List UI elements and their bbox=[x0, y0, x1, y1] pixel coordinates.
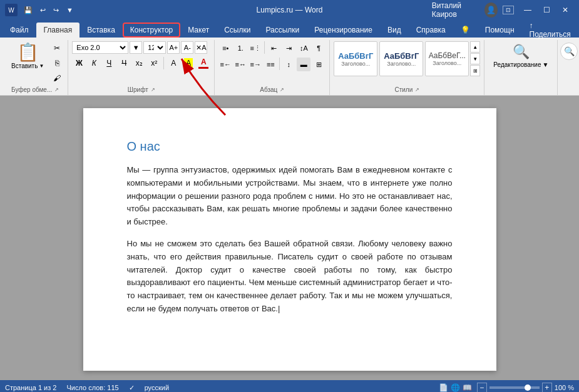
align-center-button[interactable]: ≡↔ bbox=[233, 58, 247, 71]
reading-mode-icon[interactable]: 📖 bbox=[463, 383, 472, 392]
tab-references[interactable]: Ссылки bbox=[217, 23, 258, 38]
cut-button[interactable]: ✂ bbox=[50, 41, 64, 55]
search-button[interactable]: 🔍 bbox=[560, 43, 578, 60]
decrease-size-button[interactable]: A- bbox=[181, 41, 193, 54]
divider3 bbox=[279, 58, 280, 70]
cut-icon: ✂ bbox=[54, 44, 60, 53]
decrease-indent-button[interactable]: ⇤ bbox=[267, 41, 280, 55]
font-name-dropdown[interactable]: ▼ bbox=[130, 41, 142, 54]
editing-group: 🔍 Редактирование ▼ . bbox=[484, 40, 558, 95]
style-heading1[interactable]: АаБбВгГ Заголово... bbox=[379, 41, 423, 76]
clipboard-secondary: ✂ ⎘ 🖌 bbox=[50, 41, 64, 85]
tab-review[interactable]: Рецензирование bbox=[307, 23, 380, 38]
font-color-indicator bbox=[198, 67, 208, 69]
divider2 bbox=[264, 41, 265, 54]
align-left-button[interactable]: ≡← bbox=[218, 58, 232, 71]
para-row1: ≡• 1. ≡⋮ ⇤ ⇥ ↕A ¶ bbox=[218, 41, 325, 55]
multilevel-list-button[interactable]: ≡⋮ bbox=[249, 41, 262, 55]
font-size-select[interactable]: 12 bbox=[143, 41, 166, 54]
tab-insert[interactable]: Вставка bbox=[79, 23, 123, 38]
styles-expand-icon[interactable]: ↗ bbox=[415, 87, 419, 93]
superscript-button[interactable]: x² bbox=[147, 56, 161, 70]
font-color-button[interactable]: А bbox=[197, 56, 210, 70]
show-marks-button[interactable]: ¶ bbox=[312, 41, 325, 55]
status-right: 📄 🌐 📖 − + 100 % bbox=[439, 383, 574, 392]
customize-button[interactable]: ▼ bbox=[64, 5, 76, 15]
tab-file[interactable]: Файл bbox=[3, 23, 36, 38]
zoom-thumb[interactable] bbox=[525, 384, 531, 391]
justify-button[interactable]: ≡≡ bbox=[264, 58, 277, 71]
editing-button[interactable]: 🔍 Редактирование ▼ bbox=[488, 41, 553, 71]
bullets-button[interactable]: ≡• bbox=[218, 41, 232, 55]
borders-button[interactable]: ⊞ bbox=[312, 58, 325, 71]
tab-home[interactable]: Главная bbox=[36, 23, 80, 38]
tab-review-label: Рецензирование bbox=[314, 26, 372, 34]
text-effects-button[interactable]: А bbox=[167, 56, 180, 70]
clipboard-expand-icon[interactable]: ↗ bbox=[54, 87, 59, 93]
font-expand-icon[interactable]: ↗ bbox=[151, 87, 155, 93]
redo-button[interactable]: ↪ bbox=[51, 5, 61, 16]
web-layout-icon[interactable]: 🌐 bbox=[451, 383, 460, 392]
paragraph-group: ≡• 1. ≡⋮ ⇤ ⇥ ↕A ¶ ≡← ≡↔ ≡→ ≡≡ bbox=[215, 40, 330, 95]
styles-scroll-down[interactable]: ▼ bbox=[470, 53, 480, 64]
styles-scroll-up[interactable]: ▲ bbox=[470, 41, 480, 53]
print-layout-icon[interactable]: 📄 bbox=[439, 383, 448, 392]
doc-paragraph-2[interactable]: Но мы не сможем это сделать без Вашей об… bbox=[127, 238, 453, 316]
styles-expand[interactable]: ⊞ bbox=[470, 65, 480, 76]
clear-format-button[interactable]: ✕A bbox=[195, 41, 207, 54]
undo-button[interactable]: ↩ bbox=[38, 5, 48, 16]
tab-pomosh[interactable]: Помощн bbox=[478, 23, 522, 38]
tab-help[interactable]: Справка bbox=[409, 23, 453, 38]
tab-pomosh-label: Помощн bbox=[485, 26, 515, 34]
font-label: Шрифт ↗ bbox=[72, 85, 210, 95]
search-area: 🔍 bbox=[558, 40, 579, 95]
zoom-out-button[interactable]: − bbox=[477, 383, 487, 392]
subscript-button[interactable]: x₂ bbox=[132, 56, 146, 70]
style-heading2[interactable]: АаБбВеГ... Заголово... bbox=[425, 41, 469, 76]
font-name-select[interactable]: Exo 2.0 bbox=[72, 41, 128, 54]
tab-share-label: ↑ Поделиться bbox=[530, 21, 571, 39]
font-label-text: Шрифт bbox=[128, 86, 148, 93]
paragraph-expand-icon[interactable]: ↗ bbox=[280, 87, 284, 93]
font-name-row: Exo 2.0 ▼ 12 A+ A- ✕A bbox=[72, 41, 207, 54]
increase-size-button[interactable]: A+ bbox=[167, 41, 180, 54]
title-bar-left: W 💾 ↩ ↪ ▼ bbox=[5, 4, 147, 16]
zoom-slider[interactable] bbox=[489, 386, 540, 389]
paste-button[interactable]: 📋 Вставить ▼ bbox=[6, 41, 49, 72]
tab-view[interactable]: Вид bbox=[380, 23, 409, 38]
avatar[interactable]: 👤 bbox=[484, 3, 498, 18]
editing-group-content: 🔍 Редактирование ▼ bbox=[488, 41, 553, 85]
document-area: О нас Мы — группа энтузиастов, одержимых… bbox=[0, 96, 579, 380]
format-painter-button[interactable]: 🖌 bbox=[50, 71, 64, 85]
shading-button[interactable]: ▬ bbox=[297, 58, 310, 71]
underline-button[interactable]: Ч bbox=[102, 56, 116, 70]
numbering-button[interactable]: 1. bbox=[233, 41, 247, 55]
tab-layout[interactable]: Макет bbox=[180, 23, 217, 38]
styles-label: Стили ↗ bbox=[334, 85, 480, 95]
close-button[interactable]: ✕ bbox=[556, 1, 574, 19]
line-spacing-button[interactable]: ↕ bbox=[282, 58, 295, 71]
layout-button[interactable]: ⊡ bbox=[503, 6, 514, 14]
status-bar: Страница 1 из 2 Число слов: 115 ✓ русски… bbox=[0, 380, 579, 392]
copy-button[interactable]: ⎘ bbox=[50, 56, 64, 70]
style-normal[interactable]: АаБбВгГ Заголово... bbox=[334, 41, 377, 76]
increase-indent-button[interactable]: ⇥ bbox=[282, 41, 295, 55]
spell-check-icon[interactable]: ✓ bbox=[129, 384, 135, 392]
tab-mailings[interactable]: Рассылки bbox=[258, 23, 307, 38]
editing-label-row: Редактирование ▼ bbox=[493, 61, 548, 68]
highlight-button[interactable]: A bbox=[182, 56, 195, 70]
tab-design[interactable]: Конструктор bbox=[123, 23, 180, 38]
minimize-button[interactable]: — bbox=[519, 1, 536, 19]
align-right-button[interactable]: ≡→ bbox=[249, 58, 262, 71]
sort-button[interactable]: ↕A bbox=[297, 41, 310, 55]
tab-share[interactable]: ↑ Поделиться bbox=[522, 23, 578, 38]
maximize-button[interactable]: ☐ bbox=[538, 1, 555, 19]
strikethrough-button[interactable]: Ч bbox=[117, 56, 131, 70]
save-button[interactable]: 💾 bbox=[21, 5, 35, 16]
bold-button[interactable]: Ж bbox=[72, 56, 86, 70]
tab-light[interactable]: 💡 bbox=[453, 23, 478, 38]
zoom-in-button[interactable]: + bbox=[542, 383, 552, 392]
italic-button[interactable]: К bbox=[87, 56, 101, 70]
clipboard-group-content: 📋 Вставить ▼ ✂ ⎘ bbox=[6, 41, 64, 85]
doc-paragraph-1[interactable]: Мы — группа энтузиастов, одержимых идей … bbox=[127, 164, 453, 229]
